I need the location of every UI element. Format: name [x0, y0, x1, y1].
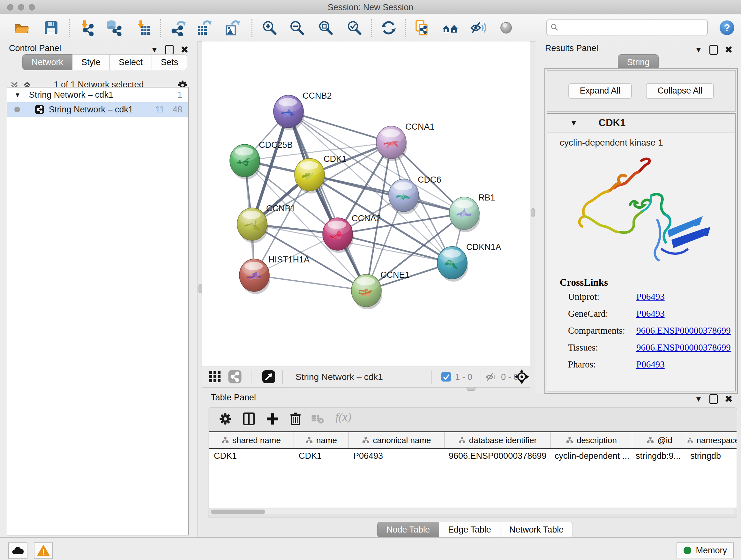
table-cell[interactable]: P06493 [348, 449, 444, 463]
table-row[interactable]: CDK1CDK1P064939606.ENSP00000378699cyclin… [209, 449, 737, 463]
tab-node-table[interactable]: Node Table [377, 522, 439, 538]
crosslink-row: GeneCard:P06493 [560, 305, 735, 322]
birdseye-view-icon[interactable] [262, 370, 276, 384]
import-table-icon[interactable] [135, 19, 151, 36]
zoom-out-icon[interactable] [288, 19, 305, 36]
collection-expander-icon[interactable]: ▼ [14, 91, 21, 99]
tab-network-table[interactable]: Network Table [500, 522, 573, 538]
open-session-icon[interactable] [13, 19, 30, 36]
function-builder-icon[interactable]: f(x) [335, 410, 351, 424]
network-node-CDC25B[interactable] [230, 144, 261, 179]
protein-card-header[interactable]: ▼ CDK1 [547, 114, 735, 132]
network-node-CDKN1A[interactable] [437, 246, 468, 282]
table-cell[interactable]: CDK1 [293, 449, 348, 463]
column-header-canonical-name[interactable]: canonical name [349, 432, 445, 448]
control-panel-menu-icon[interactable]: ▼ [151, 45, 158, 54]
scrollbar-thumb[interactable] [211, 509, 265, 514]
collapse-all-button[interactable]: Collapse All [646, 83, 714, 99]
export-network-icon[interactable] [169, 19, 186, 36]
hide-selected-icon[interactable] [470, 19, 487, 36]
help-icon[interactable]: ? [719, 19, 735, 36]
control-panel-close-icon[interactable]: ✖ [181, 44, 189, 55]
crosslink-label: GeneCard: [560, 305, 636, 322]
graphics-details-icon[interactable] [498, 19, 515, 36]
table-panel-close-icon[interactable]: ✖ [725, 393, 733, 405]
table-horizontal-scrollbar[interactable] [210, 509, 735, 514]
network-edge-HIST1H1A-CCNE1[interactable] [254, 275, 366, 291]
zoom-in-icon[interactable] [261, 19, 278, 36]
table-cell[interactable]: CDK1 [209, 449, 293, 463]
toolbar-separator [431, 370, 432, 384]
crosslink-link[interactable]: 9606.ENSP00000378699 [636, 339, 731, 356]
control-panel-title: Control Panel [9, 44, 61, 53]
reposition-crosshair-icon[interactable] [515, 369, 529, 384]
view-grid-icon[interactable] [208, 370, 222, 384]
hidden-eye-slash-icon[interactable] [485, 371, 498, 383]
network-node-CCNB2[interactable] [273, 95, 305, 130]
network-node-CDK1[interactable] [294, 159, 326, 193]
selected-checkbox-icon[interactable] [441, 372, 451, 382]
protein-expander-icon[interactable]: ▼ [570, 118, 578, 127]
results-panel-menu-icon[interactable]: ▼ [695, 45, 702, 54]
table-header-row: shared namenamecanonical namedatabase id… [209, 432, 737, 449]
crosslink-link[interactable]: P06493 [636, 288, 665, 305]
show-columns-icon[interactable] [242, 412, 256, 426]
network-node-CCNA2[interactable] [323, 218, 354, 253]
add-column-icon[interactable] [265, 412, 280, 426]
zoom-selected-icon[interactable] [346, 19, 362, 36]
tab-sets[interactable]: Sets [152, 54, 187, 70]
left-splitter-handle[interactable] [199, 284, 202, 293]
export-table-icon[interactable] [196, 19, 212, 36]
right-splitter-handle[interactable] [531, 208, 535, 217]
export-image-icon[interactable] [224, 19, 241, 36]
column-header-@id[interactable]: @id [632, 432, 687, 448]
import-network-icon[interactable] [78, 19, 95, 36]
crosslink-link[interactable]: 9606.ENSP00000378699 [636, 322, 731, 339]
tab-edge-table[interactable]: Edge Table [439, 522, 500, 538]
results-panel-close-icon[interactable]: ✖ [725, 44, 733, 55]
delete-column-icon[interactable] [288, 412, 303, 426]
memory-button[interactable]: Memory [677, 543, 734, 558]
column-header-shared-name[interactable]: shared name [209, 432, 294, 448]
column-header-name[interactable]: name [294, 432, 349, 448]
network-view-title: String Network – cdk1 [295, 372, 383, 382]
table-cell[interactable]: cyclin-dependent ... [549, 449, 630, 463]
import-network-from-database-icon[interactable] [106, 19, 122, 36]
table-panel-menu-icon[interactable]: ▼ [695, 395, 702, 403]
toolbar-separator [251, 370, 252, 384]
table-cell[interactable]: 9606.ENSP00000378699 [444, 449, 549, 463]
results-panel-float-icon[interactable] [710, 45, 718, 55]
crosslink-link[interactable]: P06493 [636, 356, 665, 373]
delete-table-icon[interactable] [311, 414, 324, 424]
network-node-CCNB1[interactable] [237, 208, 268, 243]
column-header-description[interactable]: description [551, 432, 632, 448]
network-collection-row[interactable]: ▼ String Network – cdk1 1 [7, 87, 188, 102]
clone-network-icon[interactable] [414, 19, 430, 36]
network-canvas[interactable]: CCNB2CCNA1CDC25BCDK1CDC6RB1CCNB1CCNA2CDK… [202, 42, 530, 367]
network-node-CCNA1[interactable] [376, 126, 407, 161]
network-row[interactable]: String Network – cdk1 11 48 [7, 102, 188, 117]
control-panel-float-icon[interactable] [165, 45, 174, 55]
table-cell[interactable]: stringdb [685, 449, 737, 463]
table-cell[interactable]: stringdb:9... [630, 449, 685, 463]
warning-button[interactable] [34, 543, 53, 559]
column-header-database-identifier[interactable]: database identifier [445, 432, 551, 448]
column-header-namespace[interactable]: namespace [687, 432, 737, 448]
network-node-HIST1H1A[interactable] [239, 259, 270, 294]
tab-style[interactable]: Style [72, 54, 110, 70]
expand-all-button[interactable]: Expand All [568, 83, 632, 99]
crosslink-link[interactable]: P06493 [636, 305, 665, 322]
network-node-CCNE1[interactable] [351, 274, 382, 309]
cloud-button[interactable] [8, 543, 27, 559]
search-input[interactable] [546, 19, 708, 36]
view-share-icon[interactable] [228, 370, 242, 384]
tab-network[interactable]: Network [22, 54, 72, 70]
tab-select[interactable]: Select [110, 54, 152, 70]
table-gear-icon[interactable] [218, 412, 232, 426]
network-node-RB1[interactable] [449, 197, 480, 232]
save-session-icon[interactable] [43, 19, 59, 36]
table-panel-float-icon[interactable] [710, 394, 718, 404]
refresh-icon[interactable] [381, 19, 397, 36]
show-all-views-icon[interactable] [442, 19, 459, 36]
zoom-fit-icon[interactable] [317, 19, 334, 36]
